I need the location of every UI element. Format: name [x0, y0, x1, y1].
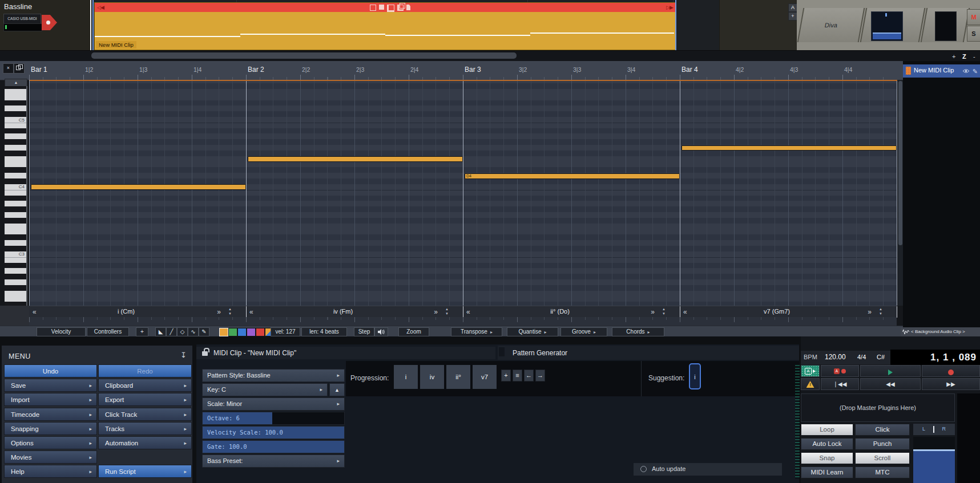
- close-icon[interactable]: ×: [3, 63, 14, 74]
- black-key[interactable]: [5, 128, 26, 134]
- color-swatch[interactable]: [228, 328, 237, 336]
- property-bass-preset[interactable]: Bass Preset:▸: [202, 454, 345, 468]
- property-octave[interactable]: Octave: 6: [202, 412, 345, 425]
- menu-item-save[interactable]: Save▸: [4, 379, 97, 392]
- rewind-button[interactable]: ◀◀: [860, 378, 921, 390]
- chord-label[interactable]: ii° (Do): [463, 308, 657, 315]
- key-up-button[interactable]: ▲: [329, 383, 345, 396]
- menu-item-run-script[interactable]: Run Script▸: [98, 465, 192, 478]
- chord-label[interactable]: v7 (Gm7): [680, 308, 874, 315]
- horizontal-scrollbar[interactable]: [91, 52, 517, 59]
- toggle-midi-learn[interactable]: MIDI Learn: [801, 466, 853, 478]
- zoom-button[interactable]: Zoom: [398, 327, 429, 336]
- color-swatch[interactable]: [219, 328, 228, 336]
- clip-corner-icon[interactable]: [387, 5, 394, 12]
- playhead[interactable]: [90, 0, 91, 50]
- key-value[interactable]: C#: [877, 354, 885, 360]
- ruler-beat-label[interactable]: 3|4: [627, 66, 635, 73]
- note-length-button[interactable]: len: 4 beats: [301, 327, 347, 336]
- zoom-reset-button[interactable]: Z: [962, 53, 966, 60]
- chord-next-icon[interactable]: »: [651, 308, 655, 316]
- track-name[interactable]: Bassline: [4, 2, 32, 11]
- toggle-scroll[interactable]: Scroll: [855, 452, 910, 464]
- speaker-icon[interactable]: [374, 327, 388, 336]
- fast-forward-button[interactable]: ▶▶: [922, 378, 980, 390]
- black-key[interactable]: [5, 285, 26, 291]
- chord-section[interactable]: «iv (Fm)»▲▼: [246, 306, 463, 318]
- white-key[interactable]: [5, 229, 26, 235]
- white-key[interactable]: [5, 89, 26, 95]
- black-key[interactable]: [5, 111, 26, 117]
- white-key[interactable]: [5, 145, 26, 151]
- quantise-menu-button[interactable]: Quantise▸: [507, 327, 558, 336]
- black-key[interactable]: [5, 139, 26, 145]
- white-key[interactable]: C4: [5, 184, 26, 190]
- progression-chip-1[interactable]: i: [394, 365, 418, 389]
- volume-pan-widget[interactable]: [871, 11, 903, 41]
- velocity-value-button[interactable]: vel: 127: [271, 327, 300, 336]
- arrow-left-button[interactable]: ←: [524, 370, 534, 381]
- black-key[interactable]: [5, 218, 26, 224]
- black-key[interactable]: [5, 100, 26, 106]
- plugin-name[interactable]: Diva: [798, 8, 864, 42]
- clip-copy-icon[interactable]: [397, 5, 404, 11]
- color-swatch[interactable]: [237, 328, 247, 336]
- tempo-bar[interactable]: BPM 120.00 4/4 C#: [801, 351, 890, 364]
- black-key[interactable]: [5, 206, 26, 212]
- chord-label[interactable]: iv (Fm): [246, 308, 440, 315]
- menu-item-timecode[interactable]: Timecode▸: [4, 408, 97, 421]
- clip-header[interactable]: ◁◀ ▷▶: [95, 3, 675, 12]
- toggle-snap[interactable]: Snap: [801, 452, 853, 464]
- black-key[interactable]: [5, 167, 26, 173]
- arrange-midi-clip[interactable]: ◁◀ ▷▶ New MIDI Clip: [94, 2, 676, 50]
- black-key[interactable]: [5, 196, 26, 201]
- menu-item-import[interactable]: Import▸: [4, 393, 97, 406]
- vertical-scroll-track[interactable]: [898, 80, 903, 306]
- chord-label[interactable]: i (Cm): [29, 308, 223, 315]
- toggle-auto-lock[interactable]: Auto Lock: [801, 438, 853, 450]
- chord-next-icon[interactable]: »: [868, 308, 872, 316]
- color-swatch[interactable]: [256, 328, 265, 336]
- chord-section[interactable]: «i (Cm)»▲▼: [29, 306, 247, 318]
- add-chord-button[interactable]: +: [501, 370, 511, 381]
- clip-left-edge-marker[interactable]: [92, 0, 94, 50]
- chord-spinner[interactable]: ▲▼: [660, 307, 667, 316]
- clip-loop-end-icon[interactable]: ▷▶: [666, 5, 673, 10]
- progression-chip-2[interactable]: iv: [420, 365, 444, 389]
- record-button[interactable]: [922, 365, 980, 377]
- clip-square-icon[interactable]: [370, 5, 376, 11]
- white-key[interactable]: [5, 190, 26, 196]
- pan-control[interactable]: L R: [913, 424, 955, 435]
- auto-update-control[interactable]: Auto update: [634, 463, 782, 476]
- white-key[interactable]: [5, 212, 26, 218]
- panel-grip-icon[interactable]: [499, 347, 505, 356]
- white-key[interactable]: [5, 224, 26, 229]
- toggle-punch[interactable]: Punch: [855, 438, 910, 450]
- ruler-beat-label[interactable]: 4|4: [844, 66, 852, 73]
- chord-section[interactable]: «ii° (Do)»▲▼: [463, 306, 680, 318]
- ruler-bar-label[interactable]: Bar 1: [31, 66, 47, 74]
- menu-item-clipboard[interactable]: Clipboard▸: [98, 379, 192, 392]
- chord-next-icon[interactable]: »: [434, 308, 438, 316]
- ruler-bar-label[interactable]: Bar 3: [465, 66, 481, 74]
- pencil-icon[interactable]: ✎: [973, 68, 978, 75]
- white-key[interactable]: [5, 201, 26, 206]
- white-key[interactable]: [5, 133, 26, 139]
- chord-next-icon[interactable]: »: [217, 308, 221, 316]
- ruler-beat-label[interactable]: 1|4: [193, 66, 201, 73]
- midi-note-G4[interactable]: [681, 145, 897, 151]
- step-input-button[interactable]: Step: [354, 327, 374, 336]
- midi-input-device[interactable]: CASIO USB-MIDI: [3, 14, 41, 24]
- ruler-beat-label[interactable]: 2|4: [410, 66, 418, 73]
- white-key[interactable]: [5, 297, 26, 302]
- white-key[interactable]: [5, 257, 26, 263]
- pointer-tool-icon[interactable]: ◣: [155, 327, 166, 336]
- white-key[interactable]: [5, 156, 26, 162]
- tab-new-midi-clip[interactable]: New MIDI Clip ✎: [903, 64, 980, 78]
- white-key[interactable]: [5, 123, 26, 128]
- clip-filled-square-icon[interactable]: [379, 5, 384, 10]
- property-velocity-scale[interactable]: Velocity Scale: 100.0: [202, 426, 345, 439]
- clip-name-label[interactable]: New MIDI Clip: [96, 41, 136, 48]
- midi-note-F4[interactable]: [248, 156, 463, 162]
- background-audio-bar[interactable]: < Background Audio Clip >: [901, 327, 980, 336]
